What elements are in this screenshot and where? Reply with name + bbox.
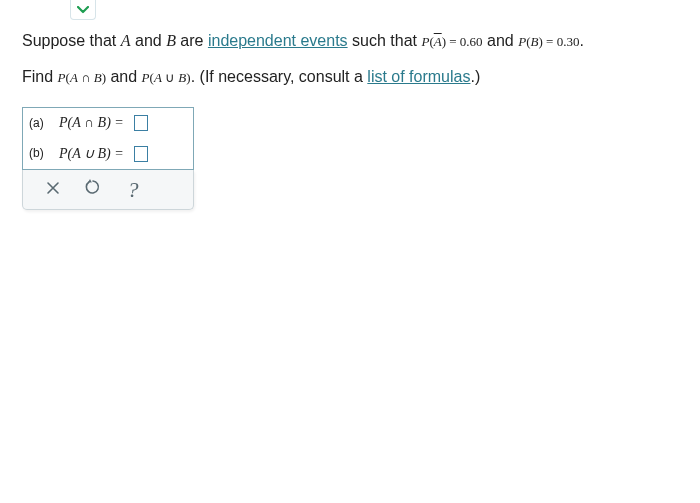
prompt-line-2: Find P(A ∩ B) and P(A ∪ B). (If necessar… [22, 64, 682, 90]
help-icon: ? [128, 172, 139, 207]
text: such that [348, 32, 422, 49]
text: . [579, 32, 583, 49]
value: 0.30 [557, 34, 580, 49]
expr-a: P(A ∩ B) = [59, 112, 124, 134]
expr-b: P(A ∪ B) = [59, 143, 124, 165]
variable-A: A [70, 70, 78, 85]
text: and [483, 32, 519, 49]
part-label-a: (a) [29, 114, 51, 133]
variable-A: A [154, 70, 162, 85]
question-body: Suppose that A and B are independent eve… [22, 28, 682, 210]
variable-B: B [166, 32, 176, 49]
equals: = [446, 34, 460, 49]
text: Suppose that [22, 32, 121, 49]
text: Find [22, 68, 58, 85]
equals: = [543, 34, 557, 49]
math-P: P [142, 70, 150, 85]
answer-box: (a) P(A ∩ B) = (b) P(A ∪ B) = [22, 107, 194, 170]
intersect-op: ∩ [78, 70, 94, 85]
help-button[interactable]: ? [113, 173, 153, 205]
clear-button[interactable] [33, 173, 73, 205]
answer-input-b[interactable] [134, 146, 148, 162]
text: and [106, 68, 142, 85]
prompt-line-1: Suppose that A and B are independent eve… [22, 28, 682, 54]
expand-button[interactable] [70, 0, 96, 20]
variable-B: B [94, 70, 102, 85]
list-of-formulas-link[interactable]: list of formulas [367, 68, 470, 85]
answer-row-b: (b) P(A ∪ B) = [23, 139, 193, 169]
math-P: P [58, 70, 66, 85]
x-icon [46, 177, 60, 203]
math-P: P [518, 34, 526, 49]
text: .) [470, 68, 480, 85]
independent-events-link[interactable]: independent events [208, 32, 348, 49]
A-complement: A [434, 35, 442, 48]
union-op: ∪ [162, 70, 179, 85]
answer-toolbar: ? [22, 170, 194, 210]
answer-input-a[interactable] [134, 115, 148, 131]
reset-button[interactable] [73, 173, 113, 205]
text: are [176, 32, 208, 49]
undo-icon [85, 177, 101, 203]
value: 0.60 [460, 34, 483, 49]
variable-A: A [121, 32, 131, 49]
answer-row-a: (a) P(A ∩ B) = [23, 108, 193, 138]
text: and [131, 32, 167, 49]
part-label-b: (b) [29, 144, 51, 163]
chevron-down-icon [77, 6, 89, 14]
text: . (If necessary, consult a [191, 68, 368, 85]
